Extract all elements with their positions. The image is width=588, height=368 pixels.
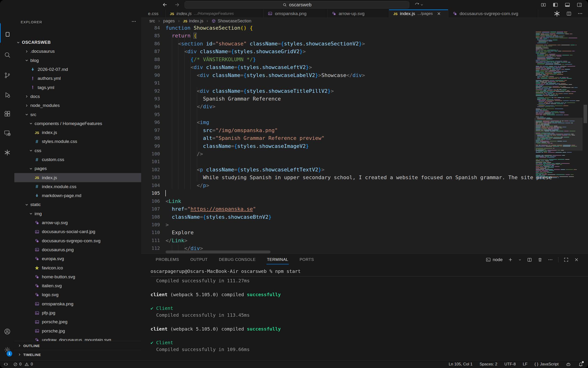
- kill-terminal-icon[interactable]: [537, 257, 543, 262]
- tree-item[interactable]: pfp.jpg: [14, 308, 141, 317]
- maximize-panel-icon[interactable]: [563, 257, 569, 262]
- sync-dropdown[interactable]: [414, 0, 424, 9]
- tree-item[interactable]: OSCARSWEB: [14, 38, 141, 47]
- tree-item[interactable]: europa.svg: [14, 254, 141, 263]
- explorer-more-actions-icon[interactable]: [131, 19, 136, 24]
- toggle-secondary-sidebar-icon[interactable]: [577, 2, 582, 8]
- tree-item[interactable]: #styles.module.css: [14, 137, 141, 146]
- line-number: 104: [141, 182, 160, 189]
- tree-item[interactable]: !authors.yml: [14, 74, 141, 83]
- tree-item[interactable]: ★favicon.ico: [14, 263, 141, 272]
- activity-explorer[interactable]: [0, 28, 14, 42]
- tree-item[interactable]: docusaurus-svgrepo-com.svg: [14, 236, 141, 245]
- tree-item[interactable]: 2026-02-07.md: [14, 65, 141, 74]
- editor-tab[interactable]: e.css: [141, 9, 166, 18]
- layout-columns-icon[interactable]: [541, 2, 546, 8]
- editor-tab[interactable]: docusaurus-svgrepo-com.svg: [448, 9, 538, 18]
- notifications-bell-icon[interactable]: [578, 362, 583, 367]
- dots-icon[interactable]: [577, 11, 583, 16]
- line-number: 105: [141, 189, 160, 197]
- panel-tab-problems[interactable]: PROBLEMS: [155, 255, 179, 264]
- tree-item[interactable]: #custom.css: [14, 155, 141, 164]
- breadcrumb-item[interactable]: src: [149, 18, 155, 24]
- tree-item[interactable]: components / HomepageFeatures: [14, 119, 141, 128]
- tree-item[interactable]: css: [14, 146, 141, 155]
- close-icon[interactable]: [437, 11, 441, 16]
- tree-item[interactable]: !tags.yml: [14, 83, 141, 92]
- breadcrumb-item[interactable]: ShowcaseSection: [211, 18, 251, 24]
- cursor-position[interactable]: Ln 105, Col 1: [449, 362, 473, 367]
- command-center-search[interactable]: oscarsweb: [185, 1, 409, 9]
- remote-indicator-icon[interactable]: [3, 362, 9, 367]
- split-icon[interactable]: [566, 11, 572, 17]
- tree-item[interactable]: pages: [14, 164, 141, 173]
- tree-item[interactable]: src: [14, 110, 141, 119]
- panel-tab-ports[interactable]: PORTS: [299, 255, 315, 264]
- language-mode[interactable]: { } JavaScript: [535, 362, 559, 367]
- more-actions-icon[interactable]: [548, 257, 553, 262]
- outline-label: OUTLINE: [23, 344, 40, 348]
- tree-item[interactable]: JSindex.js: [14, 173, 141, 182]
- tree-item[interactable]: docs: [14, 92, 141, 101]
- tree-item[interactable]: porsche.jpg: [14, 327, 141, 336]
- toggle-panel-icon[interactable]: [564, 2, 570, 8]
- tree-item[interactable]: home-button.svg: [14, 272, 141, 281]
- tree-item-label: index.js: [42, 175, 57, 180]
- forward-arrow-icon[interactable]: [174, 2, 180, 8]
- terminal-output[interactable]: oscarpagerup@Oscars-MacBook-Air oscarswe…: [150, 268, 588, 360]
- tree-item[interactable]: img: [14, 209, 141, 218]
- close-panel-icon[interactable]: [574, 257, 579, 262]
- code-line: 101: [141, 158, 588, 166]
- tree-item[interactable]: JSindex.js: [14, 128, 141, 137]
- copilot-icon[interactable]: [566, 362, 571, 367]
- tree-item[interactable]: blog: [14, 56, 141, 65]
- split-terminal-icon[interactable]: [527, 257, 532, 263]
- panel-tab-terminal[interactable]: TERMINAL: [266, 255, 289, 264]
- timeline-section[interactable]: TIMELINE: [14, 350, 141, 359]
- chevron-down-icon[interactable]: [518, 258, 522, 262]
- problems-status[interactable]: 0 0: [13, 362, 33, 367]
- terminal-instance[interactable]: node: [486, 257, 503, 262]
- activity-accounts[interactable]: [0, 324, 14, 339]
- tree-item[interactable]: italien.svg: [14, 281, 141, 290]
- breadcrumb-item[interactable]: JSindex.js: [183, 18, 203, 24]
- horizontal-scrollbar[interactable]: [166, 250, 271, 253]
- tree-item[interactable]: docusaurus.png: [14, 245, 141, 254]
- back-arrow-icon[interactable]: [162, 2, 168, 8]
- panel-tab-output[interactable]: OUTPUT: [190, 255, 208, 264]
- activity-source-control[interactable]: [0, 68, 14, 83]
- vertical-scrollbar[interactable]: [584, 105, 587, 123]
- tree-item[interactable]: porsche.jpeg: [14, 317, 141, 326]
- editor-tab[interactable]: omspanska.png: [263, 9, 327, 18]
- activity-settings[interactable]: 1: [0, 343, 14, 357]
- new-terminal-icon[interactable]: [508, 257, 513, 262]
- tree-item[interactable]: .docusaurus: [14, 47, 141, 56]
- toggle-sidebar-icon[interactable]: [553, 2, 558, 8]
- gpt-icon[interactable]: [553, 10, 561, 17]
- eol[interactable]: LF: [523, 362, 527, 367]
- tree-item[interactable]: markdown-page.md: [14, 191, 141, 200]
- activity-remote-explorer[interactable]: [0, 126, 14, 140]
- tree-item[interactable]: logo.svg: [14, 290, 141, 299]
- activity-search[interactable]: [0, 48, 14, 62]
- editor-tab[interactable]: JSindex.js.../pages: [389, 9, 448, 18]
- tree-item[interactable]: arrow-up.svg: [14, 218, 141, 227]
- editor-tab[interactable]: JSindex.js.../HomepageFeatures: [166, 9, 263, 18]
- tree-item[interactable]: #index.module.css: [14, 182, 141, 191]
- breadcrumb[interactable]: srcpagesJSindex.jsShowcaseSection: [141, 18, 588, 24]
- activity-chatgpt[interactable]: [0, 146, 14, 160]
- outline-section[interactable]: OUTLINE: [14, 341, 141, 350]
- activity-run-debug[interactable]: [0, 88, 14, 102]
- panel-tab-debug-console[interactable]: DEBUG CONSOLE: [219, 255, 256, 264]
- indentation[interactable]: Spaces: 2: [480, 362, 497, 367]
- tree-item[interactable]: node_modules: [14, 101, 141, 110]
- breadcrumb-item[interactable]: pages: [163, 18, 175, 24]
- terminal-line: [150, 284, 588, 291]
- encoding[interactable]: UTF-8: [505, 362, 516, 367]
- tree-item[interactable]: omspanska.png: [14, 299, 141, 308]
- tree-item[interactable]: static: [14, 200, 141, 209]
- editor-tab[interactable]: arrow-up.svg: [327, 9, 389, 18]
- minimap-slider[interactable]: [534, 118, 583, 151]
- tree-item[interactable]: docusaurus-social-card.jpg: [14, 227, 141, 236]
- activity-extensions[interactable]: [0, 107, 14, 121]
